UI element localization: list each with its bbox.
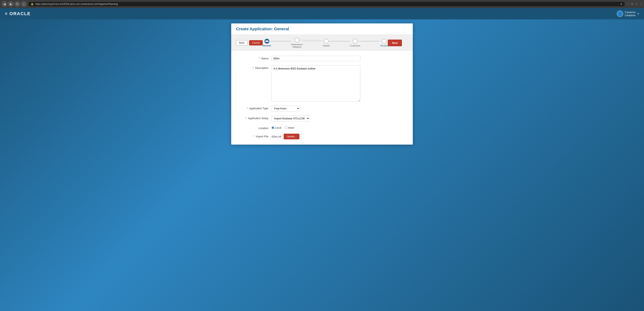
refresh-button[interactable]: ↻ — [14, 1, 20, 7]
name-label: * Name — [239, 56, 272, 60]
step-label-details: Details — [323, 45, 330, 47]
application-type-select[interactable]: Free Form Planning Consolidation — [272, 106, 300, 112]
application-type-label: * Application Type — [239, 106, 272, 110]
app-type-required-marker: * — [247, 107, 248, 110]
description-label: * Description — [239, 65, 272, 70]
browser-nav-buttons: ◀ ▶ ↻ ⌂ — [2, 1, 27, 7]
dropdown-arrow-icon: ▼ — [637, 13, 639, 15]
user-name: CameronLackpour — [625, 11, 636, 17]
wizard-bar: Back Cancel General DimensionsMapping — [231, 35, 413, 51]
description-field[interactable]: A 0 dimension BSO Essbase outline — [272, 65, 360, 102]
browser-chrome: ◀ ▶ ↻ ⌂ 🔒 https://planning19-test-a41832… — [0, 0, 644, 8]
location-row: Location Local Inbox — [231, 125, 413, 130]
step-customize: Customize — [350, 39, 360, 47]
step-review: Review — [380, 39, 388, 47]
location-local-radio[interactable] — [272, 126, 274, 129]
location-local-option[interactable]: Local — [272, 126, 281, 129]
extensions-icon[interactable]: ⋯ — [626, 3, 629, 6]
description-row: * Description A 0 dimension BSO Essbase … — [231, 65, 413, 102]
step-label-dimensions: DimensionsMapping — [291, 43, 303, 48]
bookmark-icon: ★ — [620, 3, 622, 6]
form-area: * Name * Description A 0 dimension BSO E… — [231, 51, 413, 144]
application-setup-label: * Application Setup — [239, 116, 272, 120]
location-inbox-radio[interactable] — [284, 126, 287, 129]
panel: Create Application: General Back Cancel … — [231, 24, 413, 145]
oracle-brand: ORACLE — [10, 11, 31, 16]
location-inbox-option[interactable]: Inbox — [284, 126, 294, 129]
app-setup-required-marker: * — [246, 117, 246, 120]
description-required-marker: * — [252, 67, 254, 70]
step-dimensions: DimensionsMapping — [291, 38, 303, 48]
application-setup-select[interactable]: Import Essbase OTL/LCM New — [272, 116, 310, 121]
main-content: Create Application: General Back Cancel … — [0, 19, 644, 311]
step-circle-general — [264, 39, 269, 44]
import-file-name: 0Dim.otl — [272, 135, 281, 138]
browser-actions: ⋯ 🛡 ☆ ⋮ — [626, 3, 642, 6]
wizard-nav-left: Back Cancel — [236, 40, 263, 46]
name-row: * Name — [231, 56, 413, 61]
url-text: https://planning19-test-a418326.pbcs.us2… — [35, 3, 618, 6]
oracle-logo: ≡ ORACLE — [5, 11, 31, 16]
import-file-controls: 0Dim.otl Update... — [272, 134, 300, 139]
step-label-review: Review — [380, 45, 388, 47]
address-bar[interactable]: 🔒 https://planning19-test-a418326.pbcs.u… — [28, 2, 625, 6]
avatar: 👤 — [617, 11, 623, 17]
settings-icon[interactable]: ⋮ — [640, 3, 642, 6]
import-file-row: * Import File 0Dim.otl Update... — [231, 134, 413, 139]
step-label-customize: Customize — [350, 45, 360, 47]
update-button[interactable]: Update... — [284, 134, 300, 139]
connector-2 — [303, 41, 323, 41]
hamburger-icon[interactable]: ≡ — [5, 11, 8, 16]
cancel-button[interactable]: Cancel — [249, 40, 263, 46]
step-label-general: General — [263, 45, 271, 47]
oracle-header: ≡ ORACLE 👤 CameronLackpour ▼ — [0, 8, 644, 19]
page-title: Create Application: General — [236, 27, 408, 31]
panel-header: Create Application: General — [231, 24, 413, 35]
wizard-steps: General DimensionsMapping Details — [263, 38, 388, 48]
application-setup-row: * Application Setup Import Essbase OTL/L… — [231, 116, 413, 121]
step-circle-details — [324, 39, 329, 44]
star-icon[interactable]: ☆ — [635, 3, 638, 6]
step-circle-dimensions — [294, 38, 300, 43]
back-button[interactable]: ◀ — [2, 1, 7, 7]
application-type-row: * Application Type Free Form Planning Co… — [231, 106, 413, 112]
forward-button[interactable]: ▶ — [8, 1, 14, 7]
next-button[interactable]: Next — [388, 40, 402, 46]
step-circle-review — [382, 39, 386, 44]
name-required-marker: * — [259, 57, 260, 60]
step-details: Details — [323, 39, 330, 47]
import-file-required-marker: * — [254, 135, 254, 138]
shield-icon[interactable]: 🛡 — [631, 3, 634, 6]
name-field[interactable] — [272, 56, 360, 61]
home-button[interactable]: ⌂ — [21, 1, 27, 7]
location-radio-group: Local Inbox — [272, 125, 294, 129]
user-info[interactable]: 👤 CameronLackpour ▼ — [617, 11, 639, 17]
back-button[interactable]: Back — [236, 40, 248, 46]
step-circle-customize — [353, 39, 358, 44]
location-label: Location — [239, 125, 272, 130]
import-file-label: * Import File — [239, 134, 272, 138]
step-general: General — [263, 39, 271, 47]
lock-icon: 🔒 — [31, 3, 34, 6]
